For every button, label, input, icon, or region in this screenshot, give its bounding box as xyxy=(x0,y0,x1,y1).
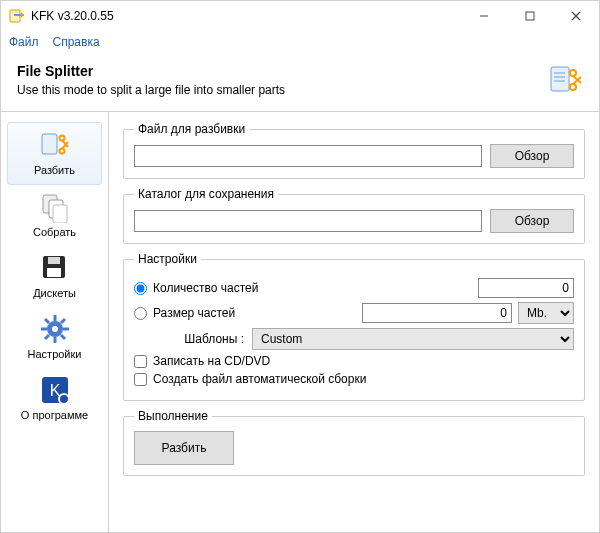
header: File Splitter Use this mode to split a l… xyxy=(1,53,599,112)
execution-group: Выполнение Разбить xyxy=(123,409,585,476)
rebuild-icon xyxy=(39,191,71,223)
count-input[interactable] xyxy=(478,278,574,298)
svg-point-15 xyxy=(59,136,64,141)
settings-group: Настройки Количество частей Размер часте… xyxy=(123,252,585,401)
autorebuild-checkbox[interactable] xyxy=(134,373,147,386)
maximize-button[interactable] xyxy=(507,1,553,31)
sidebar-item-rebuild[interactable]: Собрать xyxy=(1,185,108,246)
sidebar-item-split[interactable]: Разбить xyxy=(7,122,102,185)
app-icon xyxy=(9,8,25,24)
dest-group: Каталог для сохранения Обзор xyxy=(123,187,585,244)
svg-point-26 xyxy=(52,326,58,332)
menubar: Файл Справка xyxy=(1,31,599,53)
sidebar-item-label: Собрать xyxy=(33,226,76,238)
burn-label: Записать на CD/DVD xyxy=(153,354,270,368)
header-title: File Splitter xyxy=(17,63,549,79)
templates-label: Шаблоны : xyxy=(154,332,244,346)
svg-rect-23 xyxy=(48,257,60,264)
file-group: Файл для разбивки Обзор xyxy=(123,122,585,179)
file-input[interactable] xyxy=(134,145,482,167)
svg-rect-21 xyxy=(53,205,67,223)
svg-point-16 xyxy=(59,149,64,154)
by-count-label: Количество частей xyxy=(153,281,472,295)
dest-group-legend: Каталог для сохранения xyxy=(134,187,278,201)
window-title: KFK v3.20.0.55 xyxy=(31,9,461,23)
menu-file[interactable]: Файл xyxy=(9,35,39,49)
svg-line-32 xyxy=(61,335,65,339)
window-controls xyxy=(461,1,599,31)
radio-by-size[interactable] xyxy=(134,307,147,320)
sidebar-item-disks[interactable]: Дискеты xyxy=(1,246,108,307)
app-window: KFK v3.20.0.55 Файл Справка File Splitte… xyxy=(0,0,600,533)
sidebar-item-label: Настройки xyxy=(28,348,82,360)
size-input[interactable] xyxy=(362,303,512,323)
svg-line-38 xyxy=(67,402,70,405)
menu-help[interactable]: Справка xyxy=(53,35,100,49)
minimize-button[interactable] xyxy=(461,1,507,31)
header-subtitle: Use this mode to split a large file into… xyxy=(17,83,549,97)
sidebar: Разбить Собрать Дискеты Настройки K О пр… xyxy=(1,112,109,532)
close-button[interactable] xyxy=(553,1,599,31)
autorebuild-label: Создать файл автоматической сборки xyxy=(153,372,366,386)
floppy-icon xyxy=(39,252,71,284)
file-group-legend: Файл для разбивки xyxy=(134,122,249,136)
svg-rect-14 xyxy=(42,134,57,154)
svg-line-31 xyxy=(45,319,49,323)
svg-rect-6 xyxy=(551,67,569,91)
browse-dest-button[interactable]: Обзор xyxy=(490,209,574,233)
content: Разбить Собрать Дискеты Настройки K О пр… xyxy=(1,112,599,532)
svg-line-34 xyxy=(45,335,49,339)
gear-icon xyxy=(39,313,71,345)
sidebar-item-settings[interactable]: Настройки xyxy=(1,307,108,368)
execution-legend: Выполнение xyxy=(134,409,212,423)
svg-point-11 xyxy=(570,84,576,90)
radio-by-count[interactable] xyxy=(134,282,147,295)
sidebar-item-label: О программе xyxy=(21,409,88,421)
sidebar-item-label: Разбить xyxy=(34,164,75,176)
about-icon: K xyxy=(39,374,71,406)
split-icon xyxy=(39,129,71,161)
svg-rect-24 xyxy=(47,268,61,277)
titlebar: KFK v3.20.0.55 xyxy=(1,1,599,31)
svg-rect-3 xyxy=(526,12,534,20)
split-icon xyxy=(549,63,583,97)
settings-legend: Настройки xyxy=(134,252,201,266)
browse-file-button[interactable]: Обзор xyxy=(490,144,574,168)
svg-line-33 xyxy=(61,319,65,323)
by-size-label: Размер частей xyxy=(153,306,263,320)
burn-checkbox[interactable] xyxy=(134,355,147,368)
svg-point-10 xyxy=(570,70,576,76)
split-button[interactable]: Разбить xyxy=(134,431,234,465)
main-panel: Файл для разбивки Обзор Каталог для сохр… xyxy=(109,112,599,532)
dest-input[interactable] xyxy=(134,210,482,232)
size-unit-select[interactable]: Mb. xyxy=(518,302,574,324)
sidebar-item-about[interactable]: K О программе xyxy=(1,368,108,429)
templates-select[interactable]: Custom xyxy=(252,328,574,350)
sidebar-item-label: Дискеты xyxy=(33,287,76,299)
